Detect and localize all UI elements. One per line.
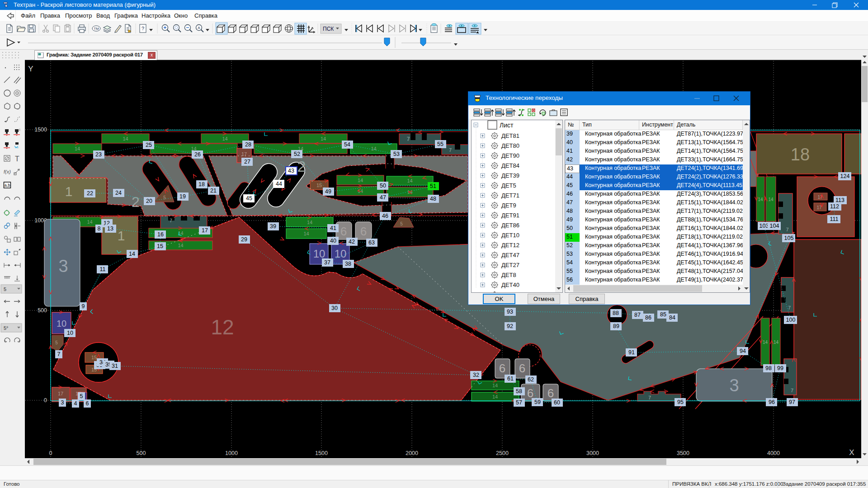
svg-text:92: 92 — [507, 323, 513, 329]
svg-text:500: 500 — [137, 450, 146, 456]
svg-text:28: 28 — [245, 141, 251, 148]
svg-text:87: 87 — [634, 312, 641, 318]
svg-text:ДЕТ71: ДЕТ71 — [501, 192, 519, 199]
svg-text:9: 9 — [82, 303, 85, 310]
svg-text:91: 91 — [628, 349, 635, 356]
svg-text:ДЕТ5: ДЕТ5 — [501, 182, 516, 189]
svg-text:16: 16 — [157, 231, 164, 238]
svg-text:14: 14 — [303, 231, 309, 236]
svg-text:ДЕТ47: ДЕТ47 — [501, 252, 519, 258]
svg-text:2: 2 — [297, 158, 306, 175]
svg-text:14: 14 — [123, 136, 128, 141]
svg-text:a,b: a,b — [5, 183, 10, 188]
svg-text:62: 62 — [528, 376, 534, 383]
svg-text:14: 14 — [371, 146, 376, 151]
svg-text:ДЕТ85: ДЕТ85 — [501, 291, 519, 293]
svg-text:96: 96 — [769, 399, 775, 405]
svg-text:T: T — [15, 155, 19, 163]
svg-text:5: 5 — [163, 195, 166, 200]
svg-text:5: 5 — [80, 393, 83, 399]
svg-text:95: 95 — [677, 399, 684, 405]
svg-text:94: 94 — [740, 348, 746, 354]
svg-text:7: 7 — [786, 227, 788, 232]
svg-text:48: 48 — [430, 196, 436, 202]
svg-text:?: ? — [142, 26, 144, 31]
svg-text:41: 41 — [330, 225, 336, 231]
svg-text:1: 1 — [118, 228, 125, 243]
svg-text:ДЕТ90: ДЕТ90 — [501, 152, 519, 159]
svg-text:2500: 2500 — [496, 450, 509, 456]
svg-text:14: 14 — [763, 340, 768, 345]
svg-text:1500: 1500 — [34, 127, 47, 133]
svg-text:44: 44 — [276, 181, 282, 187]
svg-text:6: 6 — [499, 361, 505, 375]
svg-text:45: 45 — [246, 195, 252, 202]
svg-text:6: 6 — [360, 225, 367, 238]
svg-text:51: 51 — [430, 183, 436, 189]
svg-text:7: 7 — [648, 395, 651, 400]
svg-text:14: 14 — [774, 340, 779, 345]
svg-text:14: 14 — [358, 178, 363, 183]
svg-text:85: 85 — [660, 311, 666, 318]
svg-text:10: 10 — [335, 248, 347, 260]
svg-text:7: 7 — [407, 136, 410, 142]
svg-text:3: 3 — [58, 257, 68, 276]
svg-text:21: 21 — [210, 188, 217, 194]
svg-text:15: 15 — [91, 355, 97, 360]
svg-text:54: 54 — [344, 141, 350, 148]
svg-text:14: 14 — [492, 394, 498, 399]
svg-text:X: X — [849, 448, 854, 457]
svg-text:10: 10 — [313, 248, 326, 260]
svg-text:3: 3 — [729, 376, 739, 395]
svg-text:93: 93 — [507, 309, 513, 315]
svg-text:14: 14 — [758, 197, 763, 202]
svg-text:3500: 3500 — [677, 450, 689, 456]
svg-text:6: 6 — [527, 386, 533, 400]
svg-text:14: 14 — [307, 220, 312, 225]
svg-text:18: 18 — [198, 181, 205, 188]
svg-text:ДЕТ9: ДЕТ9 — [501, 202, 516, 209]
svg-text:89: 89 — [613, 323, 619, 329]
svg-text:113: 113 — [835, 197, 844, 203]
svg-text:11: 11 — [100, 266, 106, 272]
svg-text:43: 43 — [288, 168, 294, 174]
svg-text:13: 13 — [107, 225, 113, 232]
svg-text:7: 7 — [449, 147, 452, 153]
svg-text:19: 19 — [179, 193, 186, 200]
svg-text:98: 98 — [765, 365, 772, 371]
svg-text:20: 20 — [146, 198, 152, 204]
svg-text:A: A — [198, 26, 200, 30]
svg-text:2000: 2000 — [406, 450, 418, 456]
svg-text:15: 15 — [157, 243, 163, 249]
svg-text:49: 49 — [325, 188, 331, 195]
svg-text:6: 6 — [519, 361, 525, 375]
svg-text:60: 60 — [554, 399, 560, 406]
svg-text:4000: 4000 — [767, 450, 780, 456]
svg-text:86: 86 — [645, 314, 651, 321]
svg-text:31: 31 — [112, 363, 118, 369]
svg-text:50: 50 — [380, 183, 386, 189]
svg-text:88: 88 — [613, 310, 619, 316]
svg-text:104: 104 — [770, 223, 779, 229]
svg-text:ДЕТ81: ДЕТ81 — [501, 132, 519, 139]
svg-text:63: 63 — [368, 239, 375, 246]
svg-text:15: 15 — [316, 183, 322, 188]
svg-text:27: 27 — [244, 159, 250, 165]
svg-text:124: 124 — [840, 173, 850, 179]
svg-text:57: 57 — [516, 399, 522, 406]
svg-text:3000: 3000 — [586, 450, 599, 456]
svg-text:14: 14 — [75, 146, 80, 151]
svg-text:5: 5 — [4, 286, 6, 292]
svg-text:29: 29 — [241, 236, 247, 243]
svg-text:97: 97 — [789, 399, 795, 405]
svg-text:Y: Y — [28, 65, 33, 73]
svg-text:3: 3 — [61, 399, 64, 406]
svg-text:42: 42 — [349, 239, 355, 245]
svg-text:59: 59 — [534, 399, 541, 405]
svg-text:40: 40 — [330, 238, 336, 244]
svg-text:17: 17 — [816, 205, 822, 210]
svg-text:0: 0 — [44, 397, 47, 404]
svg-text:39: 39 — [270, 223, 276, 230]
svg-text:10: 10 — [67, 330, 73, 336]
svg-text:100: 100 — [786, 317, 796, 323]
